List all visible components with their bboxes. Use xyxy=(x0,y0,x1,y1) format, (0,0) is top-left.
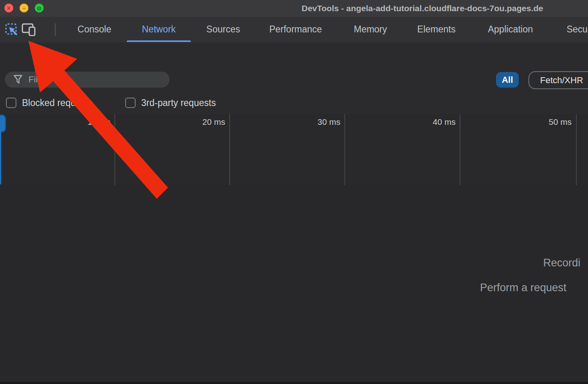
network-toolbar: Preserve log Disable cache No throttling… xyxy=(0,42,588,68)
devtools-tab-bar: Console Network Sources Performance Memo… xyxy=(0,17,588,43)
network-log-empty-area: Recordi Perform a request xyxy=(0,185,588,384)
tab-sources[interactable]: Sources xyxy=(193,17,254,42)
overview-handle-line xyxy=(0,131,1,184)
filter-chip-fetch-xhr[interactable]: Fetch/XHR xyxy=(528,71,588,89)
filter-input[interactable] xyxy=(28,74,161,85)
timeline-tick-label: 30 ms xyxy=(318,117,340,127)
timeline-gridline xyxy=(344,114,345,185)
device-toolbar-icon xyxy=(22,23,36,36)
third-party-requests-checkbox[interactable] xyxy=(125,98,136,108)
perform-request-hint-text: Perform a request xyxy=(480,282,566,294)
tab-security[interactable]: Security xyxy=(547,17,588,42)
network-filter-bar: Invert Hide data URLs Hide extension URL… xyxy=(0,68,588,92)
filter-input-container xyxy=(5,72,170,88)
timeline-tick-label: 50 ms xyxy=(549,117,572,127)
timeline-gridline xyxy=(114,114,115,185)
inspect-element-button[interactable] xyxy=(4,22,19,37)
inspect-cursor-icon xyxy=(5,23,18,36)
close-window-button[interactable]: ✕ xyxy=(4,4,13,12)
recording-status-text: Recordi xyxy=(543,257,580,269)
window-bottom-edge xyxy=(0,382,588,384)
blocked-requests-checkbox[interactable] xyxy=(6,98,16,108)
tab-network[interactable]: Network xyxy=(127,17,191,42)
zoom-window-button[interactable]: ⊘ xyxy=(35,4,44,12)
filter-funnel-icon xyxy=(14,75,22,84)
devtools-window: ✕ − ⊘ DevTools - angela-add-tutorial.clo… xyxy=(0,0,588,384)
tab-elements[interactable]: Elements xyxy=(404,17,469,42)
timeline-tick-label: 20 ms xyxy=(202,117,225,127)
window-title: DevTools - angela-add-tutorial.cloudflar… xyxy=(302,0,543,17)
timeline-tick-label: 40 ms xyxy=(433,117,456,127)
minimize-window-button[interactable]: − xyxy=(20,4,28,12)
network-overview-timeline[interactable]: 10 ms 20 ms 30 ms 40 ms 50 ms xyxy=(0,114,588,186)
toggle-device-toolbar-button[interactable] xyxy=(21,22,37,37)
overview-drag-handle[interactable] xyxy=(0,114,6,132)
timeline-gridline xyxy=(576,114,577,185)
timeline-gridline xyxy=(460,114,460,185)
tab-memory[interactable]: Memory xyxy=(339,17,402,42)
blocked-requests-label: Blocked requests xyxy=(22,98,92,108)
filter-chip-all[interactable]: All xyxy=(496,72,519,88)
tab-application[interactable]: Application xyxy=(471,17,550,42)
timeline-gridline xyxy=(229,114,230,185)
third-party-requests-label: 3rd-party requests xyxy=(141,98,216,108)
window-titlebar: ✕ − ⊘ DevTools - angela-add-tutorial.clo… xyxy=(0,0,588,17)
tabbar-separator xyxy=(55,23,56,36)
timeline-tick-label: 10 ms xyxy=(88,117,110,127)
tab-performance[interactable]: Performance xyxy=(256,17,335,42)
tab-console[interactable]: Console xyxy=(64,17,125,42)
request-filter-row: Blocked requests 3rd-party requests xyxy=(0,91,588,115)
